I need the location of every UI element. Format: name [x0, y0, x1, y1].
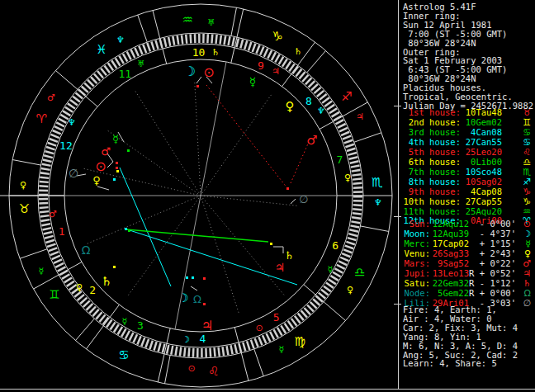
- libra-sign-icon: ♎: [354, 265, 365, 280]
- sun-icon: ⊙: [95, 158, 106, 174]
- house-cusp-value: 0Lib00: [461, 158, 502, 167]
- pointer-ray: [195, 80, 201, 196]
- aspect-line-red: [206, 85, 287, 188]
- planet-position-value: 5Gem22: [430, 289, 469, 298]
- capricorn-sign-icon: ♑: [523, 198, 533, 207]
- pointer-ray: [135, 91, 201, 196]
- aspect-marker: [128, 229, 130, 232]
- sun-icon: ⊙: [187, 363, 195, 374]
- mercury-icon: ☿: [39, 266, 45, 276]
- planet-label: Node:: [403, 289, 430, 298]
- house-number: 4: [200, 333, 206, 345]
- node-icon: Ω: [524, 290, 533, 299]
- planet-delta: + 0°22': [475, 259, 516, 268]
- pointer-segment: [191, 286, 197, 290]
- sign-divider: [307, 50, 326, 72]
- house-label: 10th house:: [403, 197, 461, 206]
- aspect-marker: [196, 85, 199, 87]
- aspect-marker: [203, 277, 206, 280]
- pointer-ray: [201, 196, 239, 314]
- sun-icon: ⊙: [203, 64, 214, 80]
- sign-divider: [165, 356, 171, 384]
- house-row: 6th house:0Lib00♎: [403, 158, 533, 168]
- taurus-sign-icon: ♉: [19, 201, 30, 216]
- chart-info-block: Astrolog 5.41F Inner ring:Sun 12 April 1…: [403, 2, 533, 111]
- sagittarius-sign-icon: ♐: [523, 178, 533, 187]
- house-cusp-value: 4Cap08: [461, 187, 502, 196]
- pointer-ray: [87, 196, 201, 244]
- pointer-segment: [196, 77, 201, 83]
- neptune-icon: ♆: [116, 35, 125, 45]
- capricorn-sign-icon: ♑: [523, 188, 533, 197]
- planet-position-value: 13Leo13: [430, 269, 469, 278]
- aries-sign-icon: ♈: [36, 111, 47, 126]
- moon-icon: ☽: [184, 64, 196, 79]
- house-label: 3rd house:: [403, 128, 461, 137]
- stats-line: M: 6, N: 3, A: 5, D: 4: [403, 342, 533, 351]
- planet-position-value: 12Aqu39: [430, 229, 469, 239]
- house-label: 9th house:: [403, 187, 461, 196]
- house-row: 5th house:25Leo20♌: [403, 148, 533, 158]
- house-number: 8: [305, 95, 312, 107]
- node-icon: Ω: [82, 243, 91, 257]
- venus-icon: ♀: [20, 180, 26, 191]
- aspect-marker: [192, 276, 194, 279]
- mars-icon: ♂: [47, 92, 55, 103]
- sign-divider: [138, 15, 148, 42]
- mars-icon: ♂: [306, 133, 317, 148]
- house-label: 6th house:: [403, 158, 461, 167]
- mars-icon: ♂: [49, 209, 57, 220]
- saturn-icon: ♄: [294, 46, 302, 57]
- planet-position-value: 22Gem32: [430, 279, 469, 288]
- planet-position-value: 9Sag52: [430, 259, 469, 268]
- aspect-line-cyan: [127, 229, 297, 285]
- house-number: 1: [59, 225, 65, 238]
- lilith-icon: ∅: [69, 167, 78, 180]
- house-row: 9th house:4Cap08♑: [403, 187, 533, 197]
- house-label: 11th house:: [403, 207, 461, 216]
- house-cusp-value: 25Aqu20: [461, 207, 502, 216]
- info-line: 80°36W 28°24N: [403, 39, 533, 48]
- jupiter-icon: ♃: [275, 261, 286, 274]
- aspect-marker: [116, 170, 119, 172]
- planet-delta: - 1°12': [475, 279, 516, 288]
- house-number: 12: [59, 139, 73, 152]
- info-line: 7:00 (ST -5:00 GMT): [403, 30, 533, 39]
- moon-icon: ☽: [178, 291, 189, 305]
- capricorn-sign-icon: ♑: [272, 29, 282, 44]
- house-label: 7th house:: [403, 168, 461, 177]
- house-label: 8th house:: [403, 177, 461, 187]
- aspect-marker: [116, 167, 118, 169]
- uranus-icon: ♅: [207, 17, 215, 28]
- lilith-icon: ∅: [299, 193, 308, 205]
- house-row: 7th house:10Sco48♏: [403, 168, 533, 177]
- planet-label: Venu:: [403, 249, 430, 258]
- aquarius-sign-icon: ♒: [182, 12, 193, 27]
- leo-sign-icon: ♌: [208, 364, 219, 379]
- house-label: 4th house:: [403, 138, 461, 147]
- planet-row: Satu:22Gem32R- 1°12'♄: [403, 279, 533, 289]
- pointer-ray: [201, 196, 286, 297]
- pointer-segment: [118, 132, 124, 142]
- mercury-icon: ☿: [328, 264, 334, 275]
- neptune-icon: ♆: [317, 106, 325, 116]
- node-icon: Ω: [193, 293, 201, 305]
- venus-icon: ♀: [76, 282, 83, 293]
- aspect-marker: [286, 187, 289, 190]
- house-number: 3: [137, 319, 144, 332]
- planet-label: Sun:: [403, 220, 430, 229]
- stats-line: Yang: 8, Yin: 1: [403, 333, 533, 342]
- pointer-segment: [97, 187, 109, 190]
- planet-delta: + 0°00': [475, 289, 516, 298]
- uranus-icon: ♅: [137, 59, 145, 69]
- mars-icon: ♂: [101, 145, 111, 158]
- house-cusp-value: 10Tau48: [461, 108, 502, 117]
- planet-delta: - 4°37': [475, 229, 516, 239]
- planet-delta: + 0°52': [475, 269, 516, 278]
- aspect-marker: [186, 276, 188, 279]
- planet-row: Mars:9Sag52+ 0°22'♂: [403, 259, 533, 269]
- pointer-segment: [107, 162, 113, 168]
- aspect-marker: [203, 303, 206, 305]
- house-number: 5: [273, 311, 280, 324]
- planet-delta: + 1°15': [475, 239, 516, 248]
